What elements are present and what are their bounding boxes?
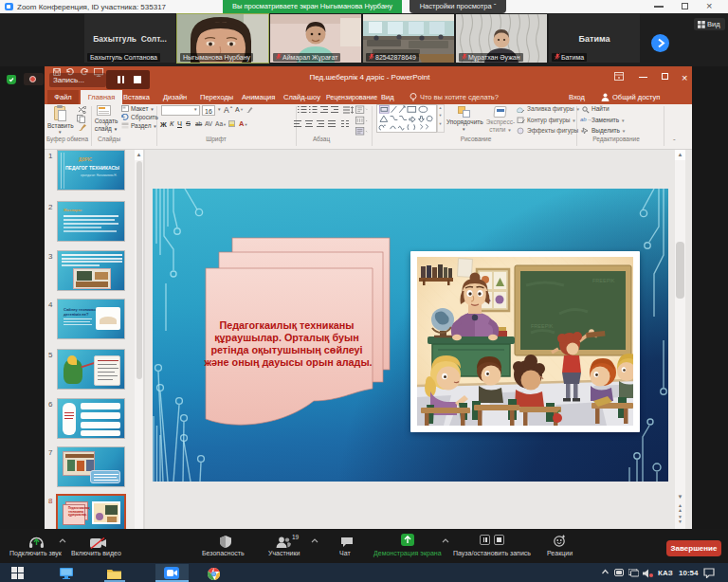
svg-text:Педагогкаилық техниканы: Педагогкаилық техниканы құраушылар. Орта… [203,319,372,368]
svg-text:FREEPIK: FREEPIK [592,278,615,283]
svg-text:FREEPIK: FREEPIK [531,323,554,329]
